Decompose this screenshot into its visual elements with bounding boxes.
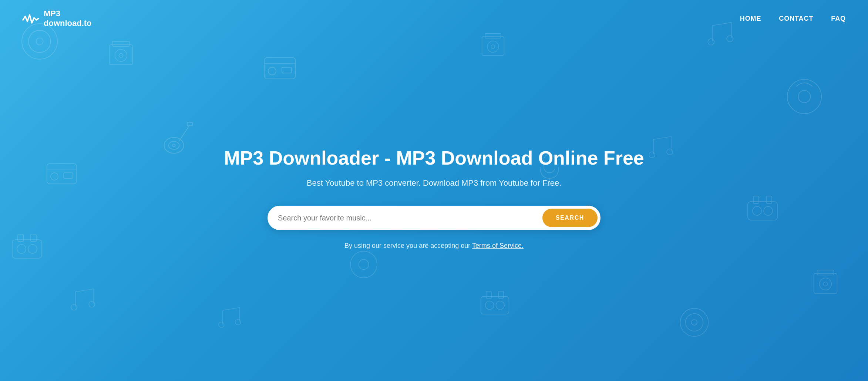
search-input[interactable]	[278, 214, 542, 222]
navbar: MP3 download.to HOME CONTACT FAQ	[0, 0, 868, 37]
nav-home[interactable]: HOME	[740, 15, 761, 23]
page-subtitle: Best Youtube to MP3 converter. Download …	[307, 178, 562, 188]
nav-faq[interactable]: FAQ	[831, 15, 846, 23]
search-button[interactable]: SEARCH	[542, 209, 598, 227]
logo-mp3: MP3	[44, 9, 92, 18]
logo[interactable]: MP3 download.to	[22, 9, 92, 28]
terms-text: By using our service you are accepting o…	[344, 242, 524, 250]
main-content: MP3 Downloader - MP3 Download Online Fre…	[0, 37, 868, 381]
page-title: MP3 Downloader - MP3 Download Online Fre…	[224, 146, 644, 169]
nav-contact[interactable]: CONTACT	[779, 15, 813, 23]
nav-links: HOME CONTACT FAQ	[740, 15, 846, 23]
search-bar: SEARCH	[268, 206, 600, 230]
terms-link[interactable]: Terms of Service.	[472, 242, 524, 249]
logo-domain: download.to	[44, 18, 92, 28]
logo-icon	[22, 10, 40, 27]
